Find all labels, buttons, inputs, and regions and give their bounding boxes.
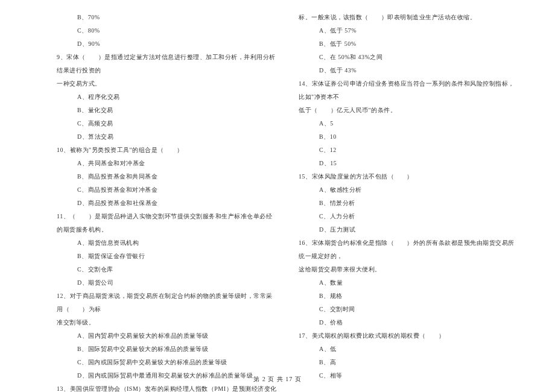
q16-option-b: B、规格 [299, 289, 519, 303]
q12-option-c: C、国内或国际贸易中交易量较大的标准品的质量等级 [57, 356, 277, 369]
left-column: B、70% C、80% D、90% 9、宋体（ ）是指通过定量方法对信息进行整理… [0, 11, 288, 373]
q13-option-c: C、在 50%和 43%之间 [299, 51, 519, 64]
q13-option-b: B、低于 50% [299, 37, 519, 51]
q12-text-line2: 准交割等级。 [57, 316, 277, 329]
q15-option-c: C、人力分析 [299, 210, 519, 223]
q12-option-a: A、国内贸易中交易量较大的标准品的质量等级 [57, 329, 277, 343]
q10-option-c: C、商品投资基金和对冲基金 [57, 183, 277, 197]
q14-option-d: D、15 [299, 157, 519, 170]
q16-text-line2: 这给期货交易带来很大便利。 [299, 263, 519, 276]
q9-text-line1: 9、宋体（ ）是指通过定量方法对信息进行整理、加工和分析，并利用分析结果进行投资… [57, 51, 277, 77]
q16-text-line1: 16、宋体期货合约标准化是指除（ ）外的所有条款都是预先由期货交易所统一规定好的… [299, 236, 519, 263]
q10-text-line1: 10、被称为"另类投资工具"的组合是（ ） [57, 144, 277, 157]
q14-option-a: A、5 [299, 117, 519, 130]
q8-option-b: B、70% [57, 11, 277, 24]
q13-option-a: A、低于 57% [299, 24, 519, 37]
q12-option-b: B、国际贸易中交易量较大的标准品的质量等级 [57, 343, 277, 356]
q15-option-b: B、情景分析 [299, 197, 519, 210]
q16-option-d: D、价格 [299, 316, 519, 329]
q15-text-line1: 15、宋体风险度量的方法不包括（ ） [299, 170, 519, 183]
q16-option-c: C、交割时间 [299, 303, 519, 316]
page-footer: 第 2 页 共 17 页 [0, 375, 555, 384]
q9-option-d: D、算法交易 [57, 130, 277, 144]
q17-text-line1: 17、美式期权的期权费比欧式期权的期权费（ ） [299, 329, 519, 343]
q11-text-line1: 11、（ ）是期货品种进入实物交割环节提供交割服务和生产标准仓单必经的期货服务机… [57, 210, 277, 236]
q9-text-line2: 一种交易方式。 [57, 77, 277, 90]
q14-text-line2: 低于（ ）亿元人民币"的条件。 [299, 104, 519, 117]
q16-option-a: A、数量 [299, 276, 519, 289]
q10-option-d: D、商品投资基金和社保基金 [57, 197, 277, 210]
q15-option-a: A、敏感性分析 [299, 183, 519, 197]
q9-option-b: B、量化交易 [57, 104, 277, 117]
q14-option-c: C、12 [299, 144, 519, 157]
q8-option-c: C、80% [57, 24, 277, 37]
q17-option-b: B、高 [299, 356, 519, 369]
q11-option-d: D、期货公司 [57, 276, 277, 289]
q11-option-b: B、期货保证金存管银行 [57, 250, 277, 263]
q17-option-a: A、低 [299, 343, 519, 356]
q9-option-a: A、程序化交易 [57, 90, 277, 104]
q13-text-line1: 13、美国供应管理协会（ISM）发布的采购经理人指数（PMI）是预测经济变化的重… [57, 382, 277, 392]
q14-text-line1: 14、宋体证券公司申请介绍业务资格应当符合一系列的条件和风险控制指标，比如"净资… [299, 77, 519, 104]
q11-option-a: A、期货信息资讯机构 [57, 236, 277, 250]
q10-option-b: B、商品投资基金和共同基金 [57, 170, 277, 183]
q13-cont-line1: 标。一般来说，该指数（ ）即表明制造业生产活动在收缩。 [299, 11, 519, 24]
right-column: 标。一般来说，该指数（ ）即表明制造业生产活动在收缩。 A、低于 57% B、低… [288, 11, 555, 373]
q8-option-d: D、90% [57, 37, 277, 51]
q12-text-line1: 12、对于商品期货来说，期货交易所在制定合约标的物的质量等级时，常常采用（ ）为… [57, 289, 277, 316]
q11-option-c: C、交割仓库 [57, 263, 277, 276]
page-container: B、70% C、80% D、90% 9、宋体（ ）是指通过定量方法对信息进行整理… [0, 11, 555, 373]
q10-option-a: A、共同基金和对冲基金 [57, 157, 277, 170]
q14-option-b: B、10 [299, 130, 519, 144]
q9-option-c: C、高频交易 [57, 117, 277, 130]
q13-option-d: D、低于 43% [299, 64, 519, 77]
q15-option-d: D、压力测试 [299, 223, 519, 236]
